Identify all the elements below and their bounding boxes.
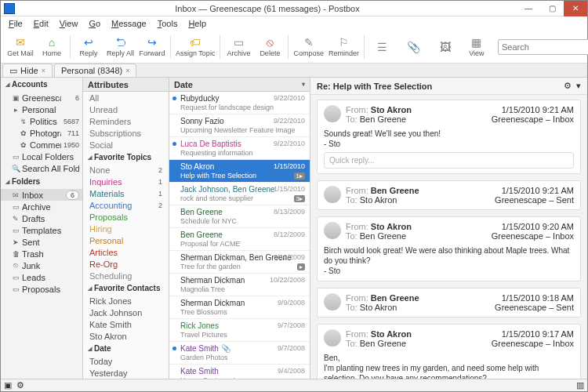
topic-scheduling[interactable]: Scheduling xyxy=(83,270,169,281)
tree-item-personal[interactable]: ▸Personal xyxy=(1,103,82,115)
contact-kate-smith[interactable]: Kate Smith xyxy=(83,318,169,330)
card-body: Birch would look great! We were also thi… xyxy=(324,245,574,276)
topic-proposals[interactable]: Proposals xyxy=(83,211,169,223)
minimize-button[interactable]: — xyxy=(517,1,540,16)
attrib-reminders[interactable]: Reminders xyxy=(83,115,169,127)
compose-button[interactable]: ✎Compose xyxy=(292,32,325,62)
tree-item-greenescape[interactable]: ▣Greenescape6 xyxy=(1,92,82,103)
tree-item-inbox[interactable]: ✉Inbox6 xyxy=(1,189,82,201)
view-button[interactable]: ▦View xyxy=(462,32,492,62)
conversation-card[interactable]: From: Ben GreeneTo: Sto Akron1/15/2010 9… xyxy=(317,180,581,210)
message-row[interactable]: RubyduckyRequest for landscape design9/2… xyxy=(169,92,310,114)
tree-item-trash[interactable]: 🗑Trash xyxy=(1,248,82,260)
assigntopic-button[interactable]: 🏷Assign Topic xyxy=(174,32,216,62)
contact-jack-johnson[interactable]: Jack Johnson xyxy=(83,307,169,318)
menu-message[interactable]: Message xyxy=(107,18,151,29)
reminder-button[interactable]: ⚐Reminder xyxy=(327,32,361,62)
attrib-all[interactable]: All xyxy=(83,92,169,103)
menu-tools[interactable]: Tools xyxy=(153,18,183,29)
topic-hiring[interactable]: Hiring xyxy=(83,223,169,234)
replyall-button[interactable]: ⮌Reply All xyxy=(105,32,136,62)
images-button[interactable]: 🖼 xyxy=(430,32,460,62)
attrib-social[interactable]: Social xyxy=(83,139,169,151)
home-button[interactable]: ⌂Home xyxy=(37,32,67,62)
close-button[interactable]: ✕ xyxy=(564,1,587,16)
tree-item-sent[interactable]: ➤Sent xyxy=(1,236,82,248)
message-row[interactable]: Rick JonesTravel Pictures9/7/2008 xyxy=(169,319,310,342)
menu-help[interactable]: Help xyxy=(183,18,211,29)
menu-view[interactable]: View xyxy=(55,18,83,29)
expand-icon[interactable]: ▾ xyxy=(576,81,581,91)
reply-button[interactable]: ↩Reply xyxy=(74,32,103,62)
message-list-header[interactable]: Date▾ xyxy=(169,78,310,92)
conversation-card[interactable]: From: Sto AkronTo: Ben Greene1/15/2010 9… xyxy=(317,324,581,379)
message-row[interactable]: Sonny FazioUpcoming Newsletter Feature I… xyxy=(169,114,310,137)
menu-go[interactable]: Go xyxy=(84,18,105,29)
quick-reply-input[interactable]: Quick reply... xyxy=(324,152,574,169)
search-input[interactable] xyxy=(498,39,588,55)
tree-item-politics[interactable]: ↯Politics5687 xyxy=(1,115,82,127)
getmail-button[interactable]: ✉Get Mail xyxy=(5,32,35,62)
topic-inquiries[interactable]: Inquiries1 xyxy=(83,176,169,187)
tree-item-local-folders[interactable]: ▭Local Folders xyxy=(1,151,82,162)
folder-icon: ▭ xyxy=(12,153,20,161)
archive-button[interactable]: ▭Archive xyxy=(223,32,253,62)
tree-item-commerce[interactable]: ✿Commerce1950 xyxy=(1,139,82,151)
conversation-card[interactable]: From: Ben GreeneTo: Sto Akron1/15/2010 9… xyxy=(317,288,581,318)
tree-item-search-all-folders[interactable]: 🔍Search All Folders xyxy=(1,162,82,174)
topic-personal[interactable]: Personal xyxy=(83,234,169,246)
topic-re-org[interactable]: Re-Org xyxy=(83,258,169,270)
gear-icon[interactable]: ⚙ xyxy=(564,81,572,91)
sort-icon[interactable]: ▾ xyxy=(302,81,305,88)
status-right-icon[interactable]: ▥ xyxy=(576,380,584,390)
tree-item-photography[interactable]: ✿Photography711 xyxy=(1,127,82,139)
conversation-card[interactable]: From: Sto AkronTo: Ben Greene1/15/2010 9… xyxy=(317,100,581,174)
maximize-button[interactable]: ▢ xyxy=(540,1,564,16)
attrib-unread[interactable]: Unread xyxy=(83,103,169,115)
folder-icon: ▣ xyxy=(12,94,20,102)
tabbar: ▭ Hide × Personal (8348) × xyxy=(1,64,587,78)
tab-close-icon[interactable]: × xyxy=(125,67,129,74)
message-row[interactable]: Sherman DickmanTree Blossoms9/9/2008 xyxy=(169,296,310,319)
search-box[interactable]: 🔍 ▾ xyxy=(498,39,588,55)
message-row[interactable]: Jack Johnson, Ben Greenerock and stone s… xyxy=(169,183,310,205)
folder-icon: ▭ xyxy=(12,227,20,234)
message-row[interactable]: Sherman Dickman, Ben GreeneTree for the … xyxy=(169,251,310,274)
message-row[interactable]: Ben GreeneProposal for ACME8/12/2009 xyxy=(169,228,310,251)
contact-sto-akron[interactable]: Sto Akron xyxy=(83,330,169,342)
message-row[interactable]: Kate Smith 📎Garden Photos9/7/2008 xyxy=(169,342,310,365)
conversation-card[interactable]: From: Sto AkronTo: Ben Greene1/15/2010 9… xyxy=(317,216,581,281)
message-row[interactable]: Ben GreeneSchedule for NYC8/13/2009 xyxy=(169,205,310,228)
folder-icon: ↯ xyxy=(20,118,27,125)
attach-button[interactable]: 📎 xyxy=(399,32,429,62)
message-row[interactable]: Sherman DickmanMagnolia Tree10/22/2008 xyxy=(169,274,310,296)
topic-none[interactable]: None2 xyxy=(83,164,169,176)
tree-item-archive[interactable]: ▭Archive xyxy=(1,201,82,212)
topic-articles[interactable]: Articles xyxy=(83,246,169,258)
tree-item-junk[interactable]: ⦸Junk xyxy=(1,260,82,271)
menu-edit[interactable]: Edit xyxy=(29,18,53,29)
contact-rick-jones[interactable]: Rick Jones xyxy=(83,295,169,307)
menu-file[interactable]: File xyxy=(4,18,27,29)
reply-icon: ↩ xyxy=(82,36,95,49)
datefilter-yesterday[interactable]: Yesterday xyxy=(83,367,169,379)
tree-item-proposals[interactable]: ▭Proposals xyxy=(1,283,82,295)
tab-0[interactable]: ▭ Hide × xyxy=(2,64,53,77)
message-row[interactable]: Sto AkronHelp with Tree Selection1/15/20… xyxy=(169,160,310,183)
tree-item-leads[interactable]: ▭Leads xyxy=(1,271,82,283)
attrib-subscriptions[interactable]: Subscriptions xyxy=(83,127,169,139)
views-button[interactable]: ☰ xyxy=(368,32,397,62)
datefilter-today[interactable]: Today xyxy=(83,355,169,367)
status-icon[interactable]: ▣ xyxy=(4,380,12,390)
message-row[interactable]: Kate SmithHappy Customer!9/4/2008 xyxy=(169,365,310,379)
topic-materials[interactable]: Materials1 xyxy=(83,187,169,199)
forward-button[interactable]: ↪Forward xyxy=(137,32,167,62)
tab-close-icon[interactable]: × xyxy=(42,67,45,74)
tree-item-templates[interactable]: ▭Templates xyxy=(1,224,82,236)
tab-1[interactable]: Personal (8348) × xyxy=(54,64,137,77)
topic-accounting[interactable]: Accounting2 xyxy=(83,199,169,211)
delete-button[interactable]: ⦸Delete xyxy=(255,32,285,62)
tree-item-drafts[interactable]: ✎Drafts xyxy=(1,212,82,224)
message-row[interactable]: Luca De BaptistisRequesting information9… xyxy=(169,137,310,160)
settings-icon[interactable]: ⚙ xyxy=(16,380,24,390)
